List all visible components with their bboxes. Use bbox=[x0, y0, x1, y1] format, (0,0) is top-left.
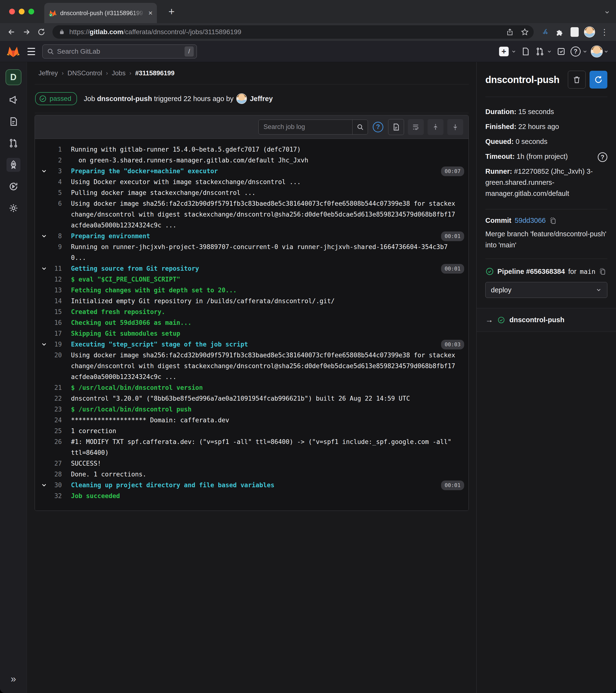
share-icon[interactable] bbox=[504, 26, 515, 38]
log-line-number[interactable]: 3 bbox=[35, 166, 62, 177]
bookmark-star-icon[interactable] bbox=[519, 26, 530, 38]
settings-gear-icon[interactable] bbox=[6, 201, 20, 215]
log-line-text: Using Docker executor with image stackex… bbox=[71, 178, 301, 185]
log-line-number[interactable]: 14 bbox=[35, 296, 62, 306]
log-search-help-icon[interactable]: ? bbox=[373, 122, 383, 132]
expand-sidebar-icon[interactable]: » bbox=[11, 674, 16, 684]
breadcrumb-jobs[interactable]: Jobs bbox=[112, 70, 125, 77]
tab-close-icon[interactable]: × bbox=[148, 9, 153, 17]
trigger-user-name[interactable]: Jeffrey bbox=[250, 95, 273, 103]
commit-sha-link[interactable]: 59dd3066 bbox=[515, 217, 546, 224]
log-line-number[interactable]: 26 bbox=[35, 436, 62, 447]
log-line-number[interactable]: 28 bbox=[35, 469, 62, 480]
log-line-number[interactable]: 2 bbox=[35, 155, 62, 166]
log-line-number[interactable]: 15 bbox=[35, 306, 62, 317]
log-line-number[interactable]: 13 bbox=[35, 285, 62, 296]
scroll-to-top-button[interactable] bbox=[428, 119, 443, 135]
gitlab-logo[interactable] bbox=[6, 45, 20, 58]
macos-traffic-lights[interactable] bbox=[9, 9, 34, 15]
forward-button[interactable] bbox=[20, 26, 33, 38]
pipeline-ref[interactable]: main bbox=[580, 268, 595, 275]
project-information-icon[interactable] bbox=[6, 93, 20, 107]
mr-chevron-icon[interactable] bbox=[546, 45, 553, 58]
timeout-help-icon[interactable]: ? bbox=[598, 152, 607, 162]
log-line-number[interactable]: 30 bbox=[35, 480, 62, 491]
log-line-number[interactable]: 32 bbox=[35, 491, 62, 501]
minimize-window-button[interactable] bbox=[19, 9, 24, 15]
log-line-number[interactable]: 11 bbox=[35, 263, 62, 274]
back-button[interactable] bbox=[5, 26, 18, 38]
deployments-icon[interactable] bbox=[6, 179, 20, 194]
extension-square-icon[interactable] bbox=[568, 26, 581, 38]
copy-commit-sha-icon[interactable] bbox=[549, 217, 557, 224]
log-line-text: Executing "step_script" stage of the job… bbox=[71, 341, 248, 348]
log-line-number[interactable]: 6 bbox=[35, 198, 62, 209]
log-line-number[interactable]: 17 bbox=[35, 328, 62, 339]
new-menu-button[interactable]: + bbox=[498, 45, 510, 58]
merge-requests-icon[interactable] bbox=[534, 45, 546, 58]
related-job-link[interactable]: dnscontrol-push bbox=[510, 316, 564, 324]
stage-select-dropdown[interactable]: deploy bbox=[485, 282, 607, 298]
tab-search-chevron-icon[interactable] bbox=[604, 9, 610, 15]
log-line-text: SUCCESS! bbox=[71, 460, 101, 467]
global-search-input[interactable]: Search GitLab / bbox=[42, 44, 197, 58]
log-line-number[interactable]: 23 bbox=[35, 404, 62, 415]
status-badge[interactable]: passed bbox=[35, 92, 77, 105]
issues-icon[interactable] bbox=[519, 45, 532, 58]
browser-tab[interactable]: dnscontrol-push (#3115896199 × bbox=[44, 3, 157, 23]
log-line-number[interactable]: 19 bbox=[35, 339, 62, 350]
erase-job-log-button[interactable] bbox=[568, 71, 586, 88]
extension-arrows-icon[interactable] bbox=[538, 26, 551, 38]
pipeline-id-link[interactable]: #656368384 bbox=[526, 268, 565, 275]
user-avatar[interactable] bbox=[591, 45, 603, 58]
log-line-number[interactable]: 27 bbox=[35, 458, 62, 469]
reload-button[interactable] bbox=[35, 26, 48, 38]
breadcrumb-project-owner[interactable]: Jeffrey bbox=[39, 70, 58, 77]
chevron-down-icon bbox=[596, 287, 602, 293]
user-menu-chevron-icon[interactable] bbox=[602, 45, 610, 58]
log-line-number[interactable]: 4 bbox=[35, 177, 62, 187]
log-line-number[interactable]: 22 bbox=[35, 393, 62, 404]
log-line-text: 1 correction bbox=[71, 427, 116, 435]
hamburger-menu-icon[interactable] bbox=[26, 47, 36, 56]
log-line: 15Created fresh repository. bbox=[35, 306, 469, 317]
close-window-button[interactable] bbox=[9, 9, 15, 15]
log-section-header: 30Cleaning up project directory and file… bbox=[35, 480, 469, 491]
sidebar-job-list-item[interactable]: → dnscontrol-push bbox=[477, 308, 616, 332]
maximize-window-button[interactable] bbox=[28, 9, 34, 15]
extensions-puzzle-icon[interactable] bbox=[553, 26, 566, 38]
job-log-search-button[interactable] bbox=[352, 120, 368, 134]
log-line-number[interactable]: 20 bbox=[35, 350, 62, 361]
address-bar[interactable]: https://gitlab.com/cafferata/dnscontrol/… bbox=[53, 25, 534, 39]
copy-ref-icon[interactable] bbox=[599, 268, 607, 275]
log-line-number[interactable]: 25 bbox=[35, 425, 62, 436]
new-tab-button[interactable]: + bbox=[168, 6, 175, 17]
new-menu-chevron-icon[interactable] bbox=[510, 45, 517, 58]
log-line-number[interactable]: 1 bbox=[35, 144, 62, 155]
help-chevron-icon[interactable] bbox=[581, 45, 589, 58]
log-line-number[interactable]: 16 bbox=[35, 317, 62, 328]
cicd-rocket-icon[interactable] bbox=[6, 158, 20, 172]
browser-menu-icon[interactable]: ⋮ bbox=[598, 26, 611, 38]
log-line-number[interactable]: 8 bbox=[35, 231, 62, 242]
merge-requests-rail-icon[interactable] bbox=[6, 136, 20, 150]
log-line-number[interactable]: 24 bbox=[35, 415, 62, 425]
log-line-number[interactable]: 9 bbox=[35, 242, 62, 252]
trigger-user-avatar[interactable] bbox=[236, 93, 247, 104]
job-log-search-input[interactable]: Search job log bbox=[258, 120, 368, 135]
show-raw-log-button[interactable] bbox=[388, 119, 404, 135]
project-avatar[interactable]: D bbox=[5, 69, 21, 85]
wrap-lines-button[interactable] bbox=[408, 119, 424, 135]
repository-icon[interactable] bbox=[6, 115, 20, 128]
retry-job-button[interactable] bbox=[590, 71, 607, 88]
todo-list-icon[interactable] bbox=[555, 45, 568, 58]
log-section-header: 3Preparing the "docker+machine" executor… bbox=[35, 166, 469, 177]
log-line-number[interactable]: 21 bbox=[35, 382, 62, 393]
log-line-number[interactable]: 5 bbox=[35, 187, 62, 198]
breadcrumb-project[interactable]: DNSControl bbox=[67, 70, 102, 77]
url-text: https://gitlab.com/cafferata/dnscontrol/… bbox=[69, 28, 500, 36]
log-line-number[interactable]: 12 bbox=[35, 274, 62, 285]
help-icon[interactable]: ? bbox=[569, 45, 582, 58]
browser-profile-avatar[interactable] bbox=[583, 26, 596, 38]
scroll-to-bottom-button[interactable] bbox=[447, 119, 463, 135]
